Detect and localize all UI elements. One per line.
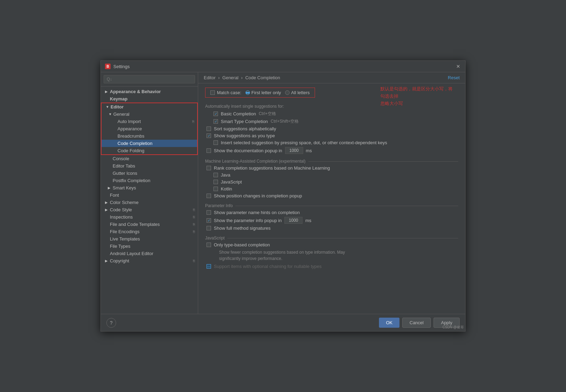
sidebar-item-code-style[interactable]: ▶ Code Style ⎘ xyxy=(101,206,198,213)
sidebar-item-android-layout-editor[interactable]: Android Layout Editor xyxy=(101,250,198,257)
sidebar-item-keymap[interactable]: Keymap xyxy=(101,95,198,103)
info-popup-checkbox[interactable] xyxy=(207,218,211,223)
sidebar-item-console[interactable]: Console xyxy=(101,155,198,162)
sidebar-label: Postfix Completion xyxy=(113,178,150,183)
sidebar-label: Code Folding xyxy=(118,148,144,153)
full-signatures-label: Show full method signatures xyxy=(214,226,270,231)
info-popup-value-input[interactable] xyxy=(284,217,302,224)
rank-ml-checkbox[interactable] xyxy=(207,166,211,170)
kotlin-label: Kotlin xyxy=(221,186,232,191)
sidebar-item-color-scheme[interactable]: ▶ Color Scheme xyxy=(101,199,198,206)
sidebar-item-font[interactable]: Font xyxy=(101,191,198,199)
kotlin-row: Kotlin xyxy=(205,186,458,191)
copy-icon: ⎘ xyxy=(193,208,195,212)
java-row: Java xyxy=(205,172,458,178)
basic-completion-checkbox[interactable] xyxy=(213,112,218,116)
copy-icon: ⎘ xyxy=(193,222,195,226)
sidebar-item-appearance[interactable]: Appearance xyxy=(102,125,197,132)
sidebar-item-file-code-templates[interactable]: File and Code Templates ⎘ xyxy=(101,221,198,228)
sidebar-item-postfix-completion[interactable]: Postfix Completion xyxy=(101,177,198,184)
sidebar-label: Breadcrumbs xyxy=(118,133,144,139)
doc-popup-value-input[interactable] xyxy=(285,147,303,154)
name-hints-checkbox[interactable] xyxy=(207,210,211,215)
sidebar-label: Appearance xyxy=(118,126,142,131)
kotlin-checkbox[interactable] xyxy=(213,187,218,191)
sidebar-item-editor-tabs[interactable]: Editor Tabs xyxy=(101,162,198,170)
sidebar-label: Copyright xyxy=(110,258,129,263)
sidebar-item-file-types[interactable]: File Types xyxy=(101,243,198,250)
sidebar-label: Appearance & Behavior xyxy=(110,89,161,94)
doc-popup-unit: ms xyxy=(306,148,312,153)
full-signatures-checkbox[interactable] xyxy=(207,226,211,230)
sidebar-label: Code Completion xyxy=(118,141,152,146)
rank-ml-label: Rank completion suggestions based on Mac… xyxy=(214,165,330,171)
sidebar-label: Live Templates xyxy=(110,236,140,242)
arrow-icon: ▶ xyxy=(108,186,111,190)
position-changes-row: Show position changes in completion popu… xyxy=(205,193,458,198)
reset-link[interactable]: Reset xyxy=(448,75,460,80)
sidebar: ▶ Appearance & Behavior Keymap ▼ Editor xyxy=(101,72,198,314)
cancel-button[interactable]: Cancel xyxy=(402,318,431,328)
javascript-row: JavaScript xyxy=(205,179,458,185)
sort-alpha-checkbox[interactable] xyxy=(207,126,211,131)
java-checkbox[interactable] xyxy=(213,173,218,177)
ok-button[interactable]: OK xyxy=(379,318,399,328)
sidebar-label: Editor xyxy=(111,104,124,109)
sidebar-item-appearance-behavior[interactable]: ▶ Appearance & Behavior xyxy=(101,88,198,95)
insert-by-space-checkbox[interactable] xyxy=(213,140,218,145)
sidebar-item-code-completion[interactable]: Code Completion xyxy=(102,140,197,147)
sidebar-label: File and Code Templates xyxy=(110,222,160,227)
sidebar-label: Color Scheme xyxy=(110,200,138,205)
sidebar-item-general[interactable]: ▼ General xyxy=(102,111,197,118)
doc-popup-row: Show the documentation popup in ms xyxy=(205,147,458,154)
sidebar-item-inspections[interactable]: Inspections ⎘ xyxy=(101,213,198,221)
sidebar-item-live-templates[interactable]: Live Templates xyxy=(101,235,198,243)
info-popup-label: Show the parameter info popup in xyxy=(214,218,282,223)
sidebar-item-file-encodings[interactable]: File Encodings ⎘ xyxy=(101,228,198,235)
sidebar-label: Code Style xyxy=(110,207,132,212)
sidebar-item-code-folding[interactable]: Code Folding xyxy=(102,147,197,154)
javascript-checkbox[interactable] xyxy=(213,180,218,184)
type-based-desc: Show fewer completion suggestions based … xyxy=(205,249,458,262)
arrow-icon: ▶ xyxy=(105,208,108,212)
all-letters-radio[interactable] xyxy=(285,90,290,95)
close-button[interactable]: ✕ xyxy=(455,64,461,69)
sidebar-item-editor[interactable]: ▼ Editor xyxy=(102,103,197,111)
basic-completion-shortcut: Ctrl+空格 xyxy=(259,111,276,117)
smart-type-checkbox[interactable] xyxy=(213,119,218,124)
title-bar-left: B Settings xyxy=(105,64,130,69)
sidebar-label: Console xyxy=(113,156,129,161)
name-hints-label: Show parameter name hints on completion xyxy=(214,210,300,215)
type-based-checkbox[interactable] xyxy=(207,243,211,247)
doc-popup-checkbox[interactable] xyxy=(207,148,211,153)
sidebar-item-copyright[interactable]: ▶ Copyright ⎘ xyxy=(101,257,198,264)
search-input[interactable] xyxy=(104,75,195,83)
first-letter-radio[interactable] xyxy=(245,90,250,95)
all-letters-radio-label[interactable]: All letters xyxy=(285,90,309,95)
annotation-box: 默认是勾选的，就是区分大小写，将勾选去掉 忽略大小写 xyxy=(380,85,457,107)
arrow-icon: ▼ xyxy=(106,105,109,109)
insert-by-space-row: Insert selected suggestion by pressing s… xyxy=(205,140,458,145)
sidebar-item-auto-import[interactable]: Auto Import ⎘ xyxy=(102,118,197,125)
watermark: CSDN @俊哥 xyxy=(443,325,464,330)
position-changes-checkbox[interactable] xyxy=(207,194,211,198)
help-button[interactable]: ? xyxy=(106,318,116,328)
copy-icon: ⎘ xyxy=(192,120,194,123)
dialog-body: ▶ Appearance & Behavior Keymap ▼ Editor xyxy=(101,72,465,314)
sidebar-label: File Types xyxy=(110,244,130,249)
support-optional-checkbox[interactable]: — xyxy=(207,264,211,269)
sidebar-label: General xyxy=(113,112,129,117)
sidebar-item-smart-keys[interactable]: ▶ Smart Keys xyxy=(101,184,198,191)
full-signatures-row: Show full method signatures xyxy=(205,226,458,231)
match-case-checkbox[interactable] xyxy=(210,90,215,95)
match-case-checkbox-label[interactable]: Match case: xyxy=(210,90,241,95)
show-as-type-checkbox[interactable] xyxy=(207,133,211,138)
smart-type-label: Smart Type Completion xyxy=(221,119,268,124)
sidebar-label: Gutter Icons xyxy=(113,171,137,176)
sidebar-item-gutter-icons[interactable]: Gutter Icons xyxy=(101,170,198,177)
first-letter-radio-label[interactable]: First letter only xyxy=(245,90,281,95)
sidebar-label: Auto Import xyxy=(118,119,141,124)
footer: ? OK Cancel Apply xyxy=(101,314,465,331)
breadcrumb: Editor › General › Code Completion xyxy=(204,75,280,80)
sidebar-item-breadcrumbs[interactable]: Breadcrumbs xyxy=(102,132,197,140)
